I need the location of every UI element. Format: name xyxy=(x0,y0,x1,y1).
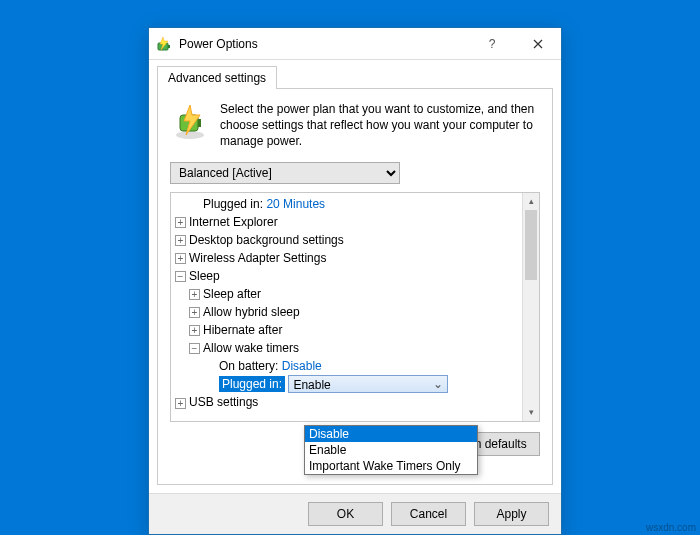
plugged-in-label: Plugged in: xyxy=(219,376,285,392)
plugged-in-dropdown[interactable]: Disable Enable Important Wake Timers Onl… xyxy=(304,425,478,475)
dropdown-option-enable[interactable]: Enable xyxy=(305,442,477,458)
dropdown-option-disable[interactable]: Disable xyxy=(305,426,477,442)
expand-icon[interactable]: + xyxy=(189,307,200,318)
dropdown-option-important[interactable]: Important Wake Timers Only xyxy=(305,458,477,474)
expand-icon[interactable]: + xyxy=(175,235,186,246)
tree-row-hybrid-sleep[interactable]: +Allow hybrid sleep xyxy=(171,303,522,321)
tree-row-plugged-minutes[interactable]: Plugged in: 20 Minutes xyxy=(171,195,522,213)
tree-row-sleep-after[interactable]: +Sleep after xyxy=(171,285,522,303)
expand-icon[interactable]: + xyxy=(175,217,186,228)
power-options-window: Power Options ? Advanced settings Select… xyxy=(148,27,562,535)
cancel-button[interactable]: Cancel xyxy=(391,502,466,526)
tree-row-wireless[interactable]: +Wireless Adapter Settings xyxy=(171,249,522,267)
plugged-minutes-value[interactable]: 20 Minutes xyxy=(266,197,325,211)
tab-panel: Select the power plan that you want to c… xyxy=(157,88,553,485)
scroll-down-arrow[interactable]: ▾ xyxy=(523,404,539,421)
tree-row-ie[interactable]: +Internet Explorer xyxy=(171,213,522,231)
collapse-icon[interactable]: − xyxy=(189,343,200,354)
power-plan-icon xyxy=(170,101,210,141)
dialog-button-bar: OK Cancel Apply xyxy=(149,493,561,534)
scroll-up-arrow[interactable]: ▴ xyxy=(523,193,539,210)
close-button[interactable] xyxy=(515,28,561,59)
power-plan-select[interactable]: Balanced [Active] xyxy=(170,162,400,184)
tree-row-usb[interactable]: +USB settings xyxy=(171,393,522,411)
tree-row-desktop-bg[interactable]: +Desktop background settings xyxy=(171,231,522,249)
svg-rect-1 xyxy=(168,45,170,48)
tab-strip: Advanced settings xyxy=(149,60,561,88)
help-button[interactable]: ? xyxy=(469,28,515,59)
ok-button[interactable]: OK xyxy=(308,502,383,526)
tree-row-wake-timers[interactable]: −Allow wake timers xyxy=(171,339,522,357)
tree-row-sleep[interactable]: −Sleep xyxy=(171,267,522,285)
tree-row-on-battery[interactable]: On battery: Disable xyxy=(171,357,522,375)
apply-button[interactable]: Apply xyxy=(474,502,549,526)
svg-rect-4 xyxy=(198,119,201,127)
tab-advanced-settings[interactable]: Advanced settings xyxy=(157,66,277,89)
titlebar[interactable]: Power Options ? xyxy=(149,28,561,60)
expand-icon[interactable]: + xyxy=(189,289,200,300)
scroll-thumb[interactable] xyxy=(525,210,537,280)
expand-icon[interactable]: + xyxy=(189,325,200,336)
header-description: Select the power plan that you want to c… xyxy=(220,101,540,150)
plugged-in-select[interactable]: Enable xyxy=(288,375,448,393)
window-title: Power Options xyxy=(179,37,469,51)
tree-scrollbar[interactable]: ▴ ▾ xyxy=(522,193,539,421)
battery-icon xyxy=(157,36,173,52)
tree-row-plugged-in[interactable]: Plugged in: Enable xyxy=(171,375,522,394)
tree-row-hibernate-after[interactable]: +Hibernate after xyxy=(171,321,522,339)
expand-icon[interactable]: + xyxy=(175,253,186,264)
close-icon xyxy=(533,39,543,49)
settings-tree: Plugged in: 20 Minutes +Internet Explore… xyxy=(170,192,540,422)
collapse-icon[interactable]: − xyxy=(175,271,186,282)
watermark: wsxdn.com xyxy=(646,522,696,533)
expand-icon[interactable]: + xyxy=(175,398,186,409)
on-battery-value[interactable]: Disable xyxy=(282,359,322,373)
svg-point-2 xyxy=(176,131,204,139)
